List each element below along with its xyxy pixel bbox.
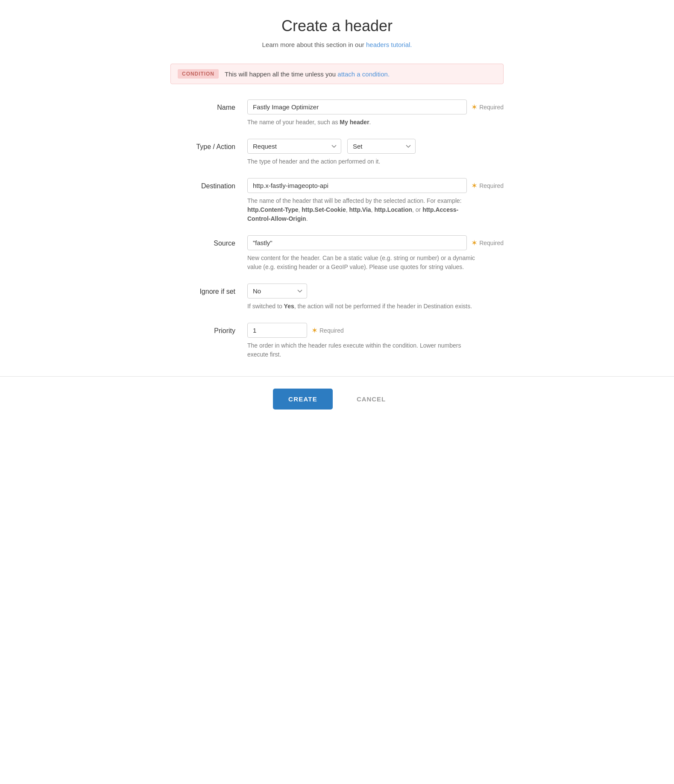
destination-required: ✶ Required	[471, 181, 504, 190]
source-required: ✶ Required	[471, 238, 504, 248]
name-input-row: ✶ Required	[247, 99, 504, 114]
destination-section: Destination ✶ Required The name of the h…	[170, 178, 504, 223]
name-content: ✶ Required The name of your header, such…	[247, 99, 504, 127]
source-hint: New content for the header. Can be a sta…	[247, 254, 478, 272]
footer-bar: CREATE CANCEL	[0, 376, 674, 427]
ignore-if-set-label: Ignore if set	[170, 284, 247, 311]
headers-tutorial-link[interactable]: headers tutorial.	[366, 41, 412, 48]
destination-label: Destination	[170, 178, 247, 223]
ignore-if-set-hint: If switched to Yes, the action will not …	[247, 302, 478, 311]
priority-content: ✶ Required The order in which the header…	[247, 323, 504, 359]
destination-content: ✶ Required The name of the header that w…	[247, 178, 504, 223]
ignore-if-set-content: No Yes If switched to Yes, the action wi…	[247, 284, 504, 311]
destination-asterisk: ✶	[471, 181, 478, 190]
priority-required: ✶ Required	[311, 326, 344, 335]
destination-input[interactable]	[247, 178, 467, 193]
destination-required-text: Required	[479, 182, 504, 189]
type-select[interactable]: Request Response Cache	[247, 139, 341, 154]
priority-label: Priority	[170, 323, 247, 359]
name-hint-bold: My header	[340, 119, 369, 126]
subtitle-text: Learn more about this section in our	[262, 41, 366, 48]
name-required-text: Required	[479, 104, 504, 111]
priority-input[interactable]	[247, 323, 307, 338]
page-wrapper: Create a header Learn more about this se…	[145, 0, 529, 359]
ignore-hint-bold: Yes	[284, 303, 294, 310]
create-button[interactable]: CREATE	[273, 389, 333, 410]
ignore-if-set-row: No Yes	[247, 284, 504, 298]
type-action-row: Request Response Cache Set Append Delete…	[247, 139, 504, 154]
condition-bar: CONDITION This will happen all the time …	[170, 64, 504, 84]
type-action-hint: The type of header and the action perfor…	[247, 157, 478, 166]
source-required-text: Required	[479, 240, 504, 246]
page-title: Create a header	[170, 17, 504, 35]
source-section: Source ✶ Required New content for the he…	[170, 235, 504, 272]
priority-hint: The order in which the header rules exec…	[247, 341, 478, 359]
name-input[interactable]	[247, 99, 467, 114]
type-action-section: Type / Action Request Response Cache Set…	[170, 139, 504, 166]
type-action-content: Request Response Cache Set Append Delete…	[247, 139, 504, 166]
name-label: Name	[170, 99, 247, 127]
name-asterisk: ✶	[471, 102, 478, 112]
destination-hint: The name of the header that will be affe…	[247, 196, 478, 223]
condition-text: This will happen all the time unless you…	[225, 70, 390, 78]
condition-text-before: This will happen all the time unless you	[225, 70, 337, 78]
source-input[interactable]	[247, 235, 467, 250]
attach-condition-link[interactable]: attach a condition.	[337, 70, 390, 78]
destination-hint-bold: http.Content-Type	[247, 206, 299, 213]
source-asterisk: ✶	[471, 238, 478, 248]
ignore-if-set-select[interactable]: No Yes	[247, 284, 307, 298]
action-select[interactable]: Set Append Delete Regex Regex Repeat	[347, 139, 416, 154]
ignore-if-set-section: Ignore if set No Yes If switched to Yes,…	[170, 284, 504, 311]
name-hint: The name of your header, such as My head…	[247, 118, 478, 127]
priority-asterisk: ✶	[311, 326, 318, 335]
name-required: ✶ Required	[471, 102, 504, 112]
source-input-row: ✶ Required	[247, 235, 504, 250]
condition-badge: CONDITION	[178, 69, 219, 79]
cancel-button[interactable]: CANCEL	[341, 389, 401, 410]
type-action-label: Type / Action	[170, 139, 247, 166]
priority-input-row: ✶ Required	[247, 323, 504, 338]
name-section: Name ✶ Required The name of your header,…	[170, 99, 504, 127]
subtitle: Learn more about this section in our hea…	[170, 41, 504, 48]
priority-section: Priority ✶ Required The order in which t…	[170, 323, 504, 359]
destination-input-row: ✶ Required	[247, 178, 504, 193]
priority-required-text: Required	[319, 327, 344, 334]
source-content: ✶ Required New content for the header. C…	[247, 235, 504, 272]
source-label: Source	[170, 235, 247, 272]
